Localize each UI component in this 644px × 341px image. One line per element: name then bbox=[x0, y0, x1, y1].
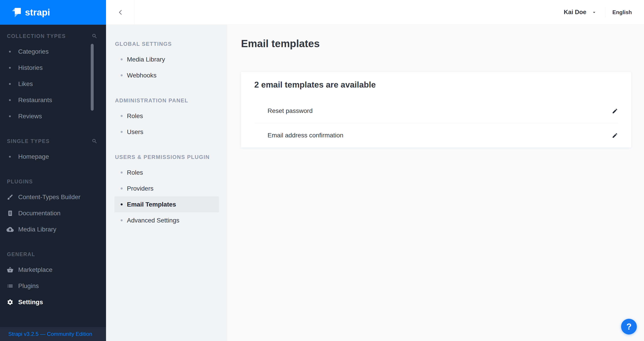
settings-item-label: Roles bbox=[127, 112, 143, 120]
brand-name: strapi bbox=[25, 7, 50, 18]
card-title: 2 email templates are available bbox=[241, 72, 631, 99]
template-row-reset-password[interactable]: Reset password bbox=[241, 99, 631, 123]
menu-section-label: PLUGINS bbox=[7, 179, 33, 185]
settings-section-label: USERS & PERMISSIONS PLUGIN bbox=[106, 154, 227, 161]
sidebar-item-label: Documentation bbox=[18, 210, 60, 217]
sidebar-item-label: Marketplace bbox=[18, 266, 52, 274]
settings-item-label: Email Templates bbox=[127, 201, 176, 208]
settings-item-label: Webhooks bbox=[127, 72, 156, 79]
user-menu-button[interactable]: Kai Doe bbox=[564, 9, 597, 16]
strapi-logo-icon bbox=[11, 7, 22, 17]
sidebar-item-label: Settings bbox=[18, 299, 43, 306]
edit-email-confirmation-button[interactable] bbox=[610, 130, 620, 141]
sidebar-item-settings[interactable]: Settings bbox=[0, 294, 106, 310]
template-label: Reset password bbox=[268, 107, 313, 114]
sidebar-item-label: Restaurants bbox=[18, 96, 52, 104]
main-sidebar: strapi COLLECTION TYPES Categories Histo… bbox=[0, 0, 106, 341]
bullet-icon bbox=[120, 219, 123, 221]
sidebar-scrollbar-thumb[interactable] bbox=[91, 44, 94, 111]
bullet-icon bbox=[9, 83, 11, 85]
edit-reset-password-button[interactable] bbox=[610, 106, 620, 116]
menu-section-single-types: SINGLE TYPES Homepage bbox=[0, 138, 106, 165]
settings-section-administration: ADMINISTRATION PANEL Roles Users bbox=[106, 97, 227, 140]
back-button[interactable] bbox=[106, 0, 135, 25]
sidebar-item-label: Plugins bbox=[18, 282, 39, 290]
sidebar-item-label: Content-Types Builder bbox=[18, 194, 80, 201]
settings-item-advanced-settings[interactable]: Advanced Settings bbox=[114, 212, 219, 228]
settings-item-label: Users bbox=[127, 128, 143, 136]
bullet-icon bbox=[120, 172, 123, 174]
strapi-version-link[interactable]: Strapi v3.2.5 — Community Edition bbox=[8, 331, 92, 337]
bullet-icon bbox=[9, 67, 11, 69]
cloud-upload-icon bbox=[6, 226, 14, 233]
list-icon bbox=[6, 282, 14, 290]
main-content: Email templates 2 email templates are av… bbox=[227, 25, 644, 341]
page-title: Email templates bbox=[241, 37, 644, 50]
settings-item-email-templates[interactable]: Email Templates bbox=[114, 196, 219, 212]
bullet-icon bbox=[9, 115, 11, 117]
strapi-logo[interactable]: strapi bbox=[0, 0, 106, 25]
bullet-icon bbox=[9, 51, 11, 52]
sidebar-item-label: Reviews bbox=[18, 113, 42, 120]
bullet-icon bbox=[9, 99, 11, 101]
sidebar-item-marketplace[interactable]: Marketplace bbox=[0, 262, 106, 278]
settings-item-label: Advanced Settings bbox=[127, 217, 180, 224]
settings-item-label: Media Library bbox=[127, 56, 165, 63]
settings-section-label: GLOBAL SETTINGS bbox=[106, 41, 227, 47]
settings-item-label: Providers bbox=[127, 185, 154, 192]
email-templates-card: 2 email templates are available Reset pa… bbox=[241, 72, 631, 147]
settings-item-admin-users[interactable]: Users bbox=[114, 124, 219, 140]
sidebar-item-label: Likes bbox=[18, 80, 33, 87]
sidebar-item-restaurants[interactable]: Restaurants bbox=[0, 92, 106, 108]
pencil-icon bbox=[612, 132, 618, 138]
menu-section-collection-types: COLLECTION TYPES Categories Histories Li… bbox=[0, 33, 106, 124]
language-selector[interactable]: English bbox=[606, 9, 644, 15]
settings-item-admin-roles[interactable]: Roles bbox=[114, 108, 219, 124]
sidebar-item-categories[interactable]: Categories bbox=[0, 43, 106, 60]
settings-sidebar: GLOBAL SETTINGS Media Library Webhooks A… bbox=[106, 25, 227, 341]
brush-icon bbox=[6, 193, 14, 201]
bullet-icon bbox=[120, 187, 123, 189]
gear-icon bbox=[6, 298, 14, 306]
sidebar-item-label: Homepage bbox=[18, 153, 49, 160]
pencil-icon bbox=[612, 108, 618, 114]
settings-item-label: Roles bbox=[127, 169, 143, 176]
sidebar-item-label: Media Library bbox=[18, 226, 56, 233]
sidebar-item-media-library[interactable]: Media Library bbox=[0, 221, 106, 238]
menu-section-plugins: PLUGINS Content-Types Builder Documentat… bbox=[0, 178, 106, 238]
sidebar-item-content-types-builder[interactable]: Content-Types Builder bbox=[0, 189, 106, 205]
help-button[interactable]: ? bbox=[621, 319, 637, 335]
sidebar-item-reviews[interactable]: Reviews bbox=[0, 108, 106, 124]
settings-item-up-roles[interactable]: Roles bbox=[114, 165, 219, 180]
book-icon bbox=[6, 209, 14, 217]
chevron-left-icon bbox=[118, 9, 123, 16]
menu-section-label: GENERAL bbox=[7, 251, 35, 258]
top-header: Kai Doe English bbox=[106, 0, 644, 25]
settings-item-webhooks[interactable]: Webhooks bbox=[114, 67, 219, 83]
bullet-icon bbox=[120, 58, 123, 60]
sidebar-item-homepage[interactable]: Homepage bbox=[0, 149, 106, 165]
settings-section-users-permissions: USERS & PERMISSIONS PLUGIN Roles Provide… bbox=[106, 154, 227, 228]
sidebar-item-likes[interactable]: Likes bbox=[0, 76, 106, 92]
sidebar-item-histories[interactable]: Histories bbox=[0, 60, 106, 76]
search-icon[interactable] bbox=[92, 33, 98, 39]
menu-section-label: SINGLE TYPES bbox=[7, 138, 50, 144]
bullet-icon bbox=[120, 115, 123, 117]
user-name: Kai Doe bbox=[564, 9, 586, 16]
settings-item-providers[interactable]: Providers bbox=[114, 180, 219, 196]
settings-section-global: GLOBAL SETTINGS Media Library Webhooks bbox=[106, 41, 227, 83]
bullet-icon bbox=[120, 74, 123, 76]
template-row-email-confirmation[interactable]: Email address confirmation bbox=[241, 123, 631, 147]
sidebar-item-label: Categories bbox=[18, 48, 48, 55]
search-icon[interactable] bbox=[92, 138, 98, 144]
bullet-icon bbox=[120, 131, 123, 133]
bullet-icon bbox=[120, 203, 123, 205]
caret-down-icon bbox=[592, 10, 597, 15]
settings-item-media-library[interactable]: Media Library bbox=[114, 51, 219, 67]
menu-section-general: GENERAL Marketplace Plugins Settings bbox=[0, 251, 106, 310]
sidebar-item-documentation[interactable]: Documentation bbox=[0, 205, 106, 221]
sidebar-item-plugins[interactable]: Plugins bbox=[0, 278, 106, 294]
settings-section-label: ADMINISTRATION PANEL bbox=[106, 97, 227, 104]
sidebar-footer: Strapi v3.2.5 — Community Edition bbox=[0, 327, 106, 341]
basket-icon bbox=[6, 266, 14, 274]
